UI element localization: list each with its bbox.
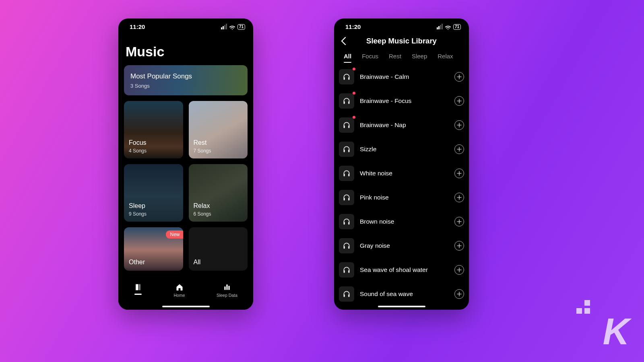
track-icon-box [339, 142, 354, 157]
add-track-button[interactable] [454, 241, 464, 251]
add-track-button[interactable] [454, 72, 464, 82]
headphones-icon [343, 218, 351, 226]
track-row[interactable]: Pink noise [339, 190, 464, 205]
category-card-rest[interactable]: Rest 7 Songs [189, 101, 248, 158]
chart-icon [223, 283, 231, 291]
track-title: Brainwave - Focus [360, 97, 449, 105]
svg-rect-12 [348, 150, 349, 152]
new-badge: New [166, 230, 183, 239]
add-track-button[interactable] [454, 96, 464, 106]
track-title: Gray noise [360, 242, 449, 249]
track-icon-box [339, 214, 354, 229]
svg-rect-4 [228, 286, 229, 290]
track-row[interactable]: Sea wave of shoal water [339, 262, 464, 278]
svg-rect-14 [348, 174, 349, 177]
svg-rect-16 [348, 198, 349, 201]
svg-rect-24 [348, 294, 349, 297]
tab-relax[interactable]: Relax [438, 53, 453, 63]
headphones-icon [343, 145, 351, 153]
status-time: 11:20 [130, 23, 145, 30]
add-track-button[interactable] [454, 144, 464, 154]
add-track-button[interactable] [454, 169, 464, 178]
svg-rect-17 [344, 222, 345, 225]
tab-music[interactable] [134, 283, 142, 295]
tab-home[interactable]: Home [174, 283, 185, 298]
svg-rect-23 [344, 294, 345, 297]
track-row[interactable]: White noise [339, 166, 464, 181]
music-tab-icon [134, 283, 142, 291]
svg-rect-5 [344, 77, 345, 80]
status-time: 11:20 [345, 23, 361, 30]
headphones-icon [343, 169, 351, 177]
category-card-other[interactable]: New Other [124, 227, 183, 271]
chevron-left-icon [341, 37, 346, 45]
headphones-icon [343, 266, 351, 274]
track-row[interactable]: Brown noise [339, 214, 464, 229]
status-right: 71 [437, 24, 461, 30]
watermark-dots [576, 300, 590, 314]
track-title: White noise [360, 170, 449, 177]
track-icon-box [339, 286, 354, 302]
status-right: 71 [221, 24, 245, 30]
svg-rect-15 [344, 198, 345, 201]
track-row[interactable]: Sound of sea wave [339, 286, 464, 302]
category-card-relax[interactable]: Relax 6 Songs [189, 164, 248, 222]
wifi-icon [445, 25, 451, 29]
tab-sleep-data[interactable]: Sleep Data [217, 283, 237, 298]
popular-title: Most Popular Songs [130, 72, 241, 80]
svg-rect-3 [226, 284, 227, 290]
tab-rest[interactable]: Rest [389, 53, 401, 63]
category-card-sleep[interactable]: Sleep 9 Songs [124, 164, 183, 222]
add-track-button[interactable] [454, 265, 464, 275]
home-indicator [162, 306, 210, 307]
tab-bar: Home Sleep Data [118, 279, 253, 310]
back-button[interactable] [338, 36, 349, 46]
headphones-icon [343, 242, 351, 250]
add-track-button[interactable] [454, 193, 464, 202]
nav-bar: Sleep Music Library [334, 32, 469, 50]
track-title: Brainwave - Nap [360, 121, 449, 129]
popular-songs-card[interactable]: Most Popular Songs 3 Songs [124, 65, 248, 95]
phone-library: 11:20 71 Sleep Music Library All Focus R… [334, 19, 469, 310]
headphones-icon [343, 121, 351, 129]
track-row[interactable]: Gray noise [339, 238, 464, 253]
svg-rect-7 [344, 101, 345, 104]
cell-signal-icon [221, 25, 227, 29]
svg-rect-8 [348, 101, 349, 104]
add-track-button[interactable] [454, 217, 464, 226]
headphones-icon [343, 73, 351, 81]
category-title: Relax [194, 202, 243, 210]
category-sub: 7 Songs [194, 148, 243, 154]
tab-focus[interactable]: Focus [362, 53, 378, 63]
status-bar: 11:20 71 [118, 19, 253, 32]
home-icon [175, 283, 184, 291]
track-title: Sound of sea wave [360, 290, 449, 298]
track-icon-box [339, 238, 354, 253]
track-row[interactable]: Brainwave - Nap [339, 117, 464, 133]
cell-signal-icon [437, 25, 443, 29]
track-title: Pink noise [360, 194, 449, 201]
track-title: Sizzle [360, 146, 449, 153]
add-track-button[interactable] [454, 120, 464, 130]
svg-rect-1 [139, 284, 140, 290]
svg-rect-10 [348, 125, 349, 128]
track-icon-box [339, 69, 354, 84]
track-title: Brainwave - Calm [360, 73, 449, 80]
watermark-logo: K [603, 319, 627, 344]
category-title: Other [129, 259, 178, 266]
track-row[interactable]: Brainwave - Focus [339, 93, 464, 109]
track-row[interactable]: Brainwave - Calm [339, 69, 464, 84]
tab-all[interactable]: All [344, 53, 351, 63]
battery-level: 71 [237, 24, 245, 30]
category-sub: 4 Songs [129, 148, 178, 154]
svg-rect-9 [344, 125, 345, 128]
category-card-focus[interactable]: Focus 4 Songs [124, 101, 183, 158]
svg-rect-19 [344, 246, 345, 249]
category-card-all[interactable]: All [189, 227, 248, 271]
track-icon-box [339, 262, 354, 278]
category-title: Sleep [129, 202, 178, 210]
track-row[interactable]: Sizzle [339, 142, 464, 157]
track-list[interactable]: Brainwave - CalmBrainwave - FocusBrainwa… [334, 63, 469, 302]
tab-sleep[interactable]: Sleep [412, 53, 427, 63]
add-track-button[interactable] [454, 289, 464, 299]
